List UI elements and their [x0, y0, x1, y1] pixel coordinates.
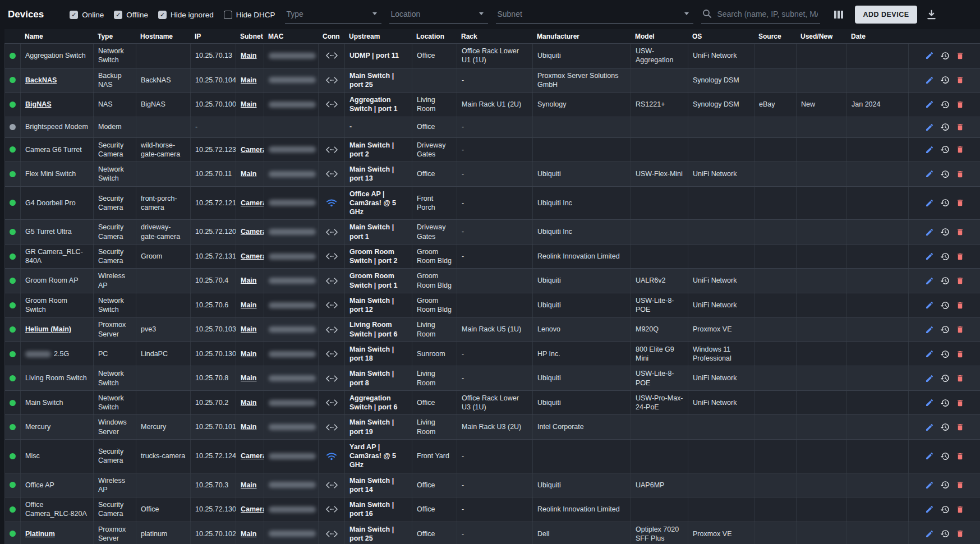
- history-button[interactable]: [940, 51, 950, 61]
- history-button[interactable]: [940, 100, 950, 109]
- subnet-link[interactable]: Main: [241, 301, 256, 310]
- edit-button[interactable]: [925, 123, 934, 132]
- delete-button[interactable]: [956, 325, 964, 334]
- subnet-link[interactable]: Main: [241, 422, 256, 431]
- subnet-link[interactable]: Cameras: [241, 199, 264, 208]
- delete-button[interactable]: [956, 227, 964, 237]
- delete-button[interactable]: [956, 451, 964, 461]
- delete-button[interactable]: [956, 100, 964, 109]
- delete-button[interactable]: [956, 198, 964, 208]
- delete-button[interactable]: [956, 398, 964, 408]
- delete-button[interactable]: [956, 349, 964, 359]
- col-header-hostname[interactable]: Hostname: [136, 33, 190, 40]
- edit-button[interactable]: [925, 228, 934, 237]
- edit-button[interactable]: [925, 349, 934, 358]
- col-header-manufacturer[interactable]: Manufacturer: [532, 33, 631, 40]
- edit-button[interactable]: [925, 398, 934, 407]
- history-button[interactable]: [940, 75, 950, 85]
- col-header-conn[interactable]: Conn: [318, 33, 344, 40]
- edit-button[interactable]: [925, 252, 934, 261]
- edit-button[interactable]: [925, 529, 934, 538]
- subnet-link[interactable]: Cameras: [241, 252, 264, 261]
- device-name-text[interactable]: Platinum: [25, 529, 55, 538]
- col-header-source[interactable]: Source: [754, 33, 796, 40]
- search-box[interactable]: [701, 6, 820, 24]
- history-button[interactable]: [940, 169, 950, 179]
- history-button[interactable]: [940, 227, 950, 237]
- history-button[interactable]: [940, 505, 950, 514]
- device-name-text[interactable]: Helium (Main): [25, 325, 71, 334]
- col-header-name[interactable]: Name: [20, 33, 93, 40]
- device-name-text[interactable]: BackNAS: [25, 76, 57, 85]
- edit-button[interactable]: [925, 374, 934, 383]
- delete-button[interactable]: [956, 301, 964, 310]
- type-select[interactable]: Type: [285, 6, 381, 24]
- history-button[interactable]: [940, 276, 950, 285]
- history-button[interactable]: [940, 301, 950, 310]
- add-device-button[interactable]: ADD DEVICE: [855, 6, 917, 24]
- history-button[interactable]: [940, 122, 950, 132]
- subnet-link[interactable]: Main: [241, 325, 256, 334]
- edit-button[interactable]: [925, 423, 934, 432]
- history-button[interactable]: [940, 198, 950, 208]
- delete-button[interactable]: [956, 422, 964, 432]
- history-button[interactable]: [940, 451, 950, 461]
- col-header-date[interactable]: Date: [846, 33, 908, 40]
- history-button[interactable]: [940, 325, 950, 334]
- delete-button[interactable]: [956, 51, 964, 61]
- history-button[interactable]: [940, 252, 950, 261]
- search-input[interactable]: [716, 9, 819, 19]
- subnet-link[interactable]: Main: [241, 169, 256, 178]
- subnet-link[interactable]: Main: [241, 374, 256, 382]
- history-button[interactable]: [940, 422, 950, 432]
- col-header-mac[interactable]: MAC: [264, 33, 318, 40]
- delete-button[interactable]: [956, 252, 964, 261]
- delete-button[interactable]: [956, 529, 964, 538]
- download-icon[interactable]: [926, 10, 937, 20]
- col-header-os[interactable]: OS: [688, 33, 754, 40]
- subnet-link[interactable]: Main: [241, 481, 256, 490]
- filter-online[interactable]: Online: [70, 11, 104, 19]
- edit-button[interactable]: [925, 481, 934, 490]
- delete-button[interactable]: [956, 145, 964, 154]
- delete-button[interactable]: [956, 75, 964, 85]
- subnet-link[interactable]: Main: [241, 76, 256, 85]
- location-select[interactable]: Location: [389, 6, 488, 24]
- edit-button[interactable]: [925, 301, 934, 310]
- filter-hide-ignored[interactable]: Hide ignored: [158, 11, 214, 19]
- edit-button[interactable]: [925, 100, 934, 109]
- delete-button[interactable]: [956, 480, 964, 490]
- delete-button[interactable]: [956, 169, 964, 179]
- history-button[interactable]: [940, 349, 950, 359]
- col-header-ip[interactable]: IP: [190, 33, 236, 40]
- subnet-select[interactable]: Subnet: [496, 6, 693, 24]
- col-header-type[interactable]: Type: [93, 33, 136, 40]
- subnet-link[interactable]: Cameras: [241, 145, 264, 154]
- col-header-used-new[interactable]: Used/New: [796, 33, 846, 40]
- filter-checkbox[interactable]: [70, 11, 78, 19]
- filter-checkbox[interactable]: [158, 11, 167, 19]
- filter-checkbox[interactable]: [224, 11, 232, 19]
- edit-button[interactable]: [925, 51, 934, 60]
- filter-checkbox[interactable]: [114, 11, 122, 19]
- col-header-upstream[interactable]: Upstream: [344, 33, 412, 40]
- history-button[interactable]: [940, 145, 950, 154]
- device-name-text[interactable]: BigNAS: [25, 100, 52, 109]
- subnet-link[interactable]: Cameras: [241, 227, 264, 236]
- edit-button[interactable]: [925, 169, 934, 178]
- edit-button[interactable]: [925, 325, 934, 334]
- delete-button[interactable]: [956, 122, 964, 132]
- subnet-link[interactable]: Main: [241, 51, 256, 60]
- col-header-location[interactable]: Location: [412, 33, 457, 40]
- edit-button[interactable]: [925, 76, 934, 85]
- subnet-link[interactable]: Main: [241, 398, 256, 407]
- history-button[interactable]: [940, 374, 950, 383]
- subnet-link[interactable]: Main: [241, 349, 256, 358]
- filter-offline[interactable]: Offline: [114, 11, 148, 19]
- edit-button[interactable]: [925, 145, 934, 154]
- subnet-link[interactable]: Main: [241, 529, 256, 538]
- edit-button[interactable]: [925, 451, 934, 460]
- subnet-link[interactable]: Cameras: [241, 451, 264, 460]
- col-header-model[interactable]: Model: [631, 33, 688, 40]
- delete-button[interactable]: [956, 374, 964, 383]
